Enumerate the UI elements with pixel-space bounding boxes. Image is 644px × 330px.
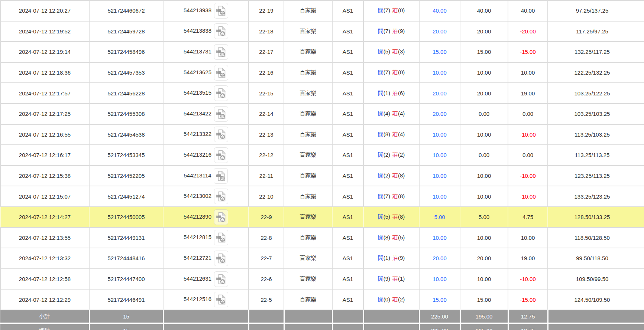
- game-type: 百家樂: [284, 186, 332, 207]
- balance: 113.25/103.25: [548, 124, 644, 145]
- game-type: 百家樂: [284, 145, 332, 166]
- video-replay-button[interactable]: [214, 230, 228, 245]
- game-result: 閒(4)莊(4): [363, 104, 419, 124]
- bet-id: 521724451274: [89, 186, 163, 207]
- video-replay-file-icon: [216, 26, 226, 36]
- player-result-label: 閒: [378, 90, 384, 96]
- game-result: 閒(7)莊(0): [363, 62, 419, 83]
- shoe-round: 22-5: [249, 289, 284, 310]
- player-result-label: 閒: [378, 7, 384, 13]
- player-result-label: 閒: [378, 213, 384, 220]
- valid-bet: 10.00: [460, 166, 508, 186]
- video-replay-button[interactable]: [214, 44, 228, 60]
- bet-amount: 20.00: [419, 21, 460, 42]
- bet-amount: 10.00: [419, 186, 460, 207]
- game-type: 百家樂: [284, 83, 332, 104]
- table-row: 2024-07-12 12:12:29 521724446491 5442125…: [0, 289, 644, 310]
- round-cell: 544213838: [163, 21, 249, 42]
- banker-score: (1): [398, 275, 405, 282]
- table-name: AS1: [332, 104, 363, 124]
- video-replay-button[interactable]: [214, 189, 228, 204]
- round-cell: 544213938: [163, 0, 249, 21]
- balance: 113.25/113.25: [548, 145, 644, 166]
- banker-score: (0): [398, 7, 405, 13]
- bet-time: 2024-07-12 12:17:57: [0, 83, 89, 104]
- valid-bet: 40.00: [460, 0, 508, 21]
- bet-id: 521724460672: [89, 0, 163, 21]
- bet-amount: 10.00: [419, 124, 460, 145]
- video-replay-button[interactable]: [214, 271, 228, 287]
- video-replay-button[interactable]: [214, 106, 228, 122]
- game-result: 閒(1)莊(6): [363, 83, 419, 104]
- player-result-label: 閒: [378, 275, 384, 282]
- valid-bet: 10.00: [460, 186, 508, 207]
- valid-bet: 0.00: [460, 104, 508, 124]
- game-type: 百家樂: [284, 124, 332, 145]
- video-replay-button[interactable]: [214, 209, 228, 225]
- video-replay-button[interactable]: [214, 251, 228, 266]
- player-score: (7): [384, 7, 390, 13]
- video-replay-button[interactable]: [214, 23, 228, 39]
- valid-bet: 10.00: [460, 62, 508, 83]
- banker-score: (0): [398, 69, 405, 75]
- player-result-label: 閒: [378, 234, 384, 241]
- game-result: 閒(2)莊(8): [363, 166, 419, 186]
- bet-id: 521724458496: [89, 42, 163, 62]
- banker-result-label: 莊: [392, 193, 398, 199]
- bet-time: 2024-07-12 12:12:29: [0, 289, 89, 310]
- bet-amount: 40.00: [419, 0, 460, 21]
- video-replay-button[interactable]: [214, 85, 228, 101]
- video-replay-file-icon: [216, 150, 226, 160]
- table-row: 2024-07-12 12:16:17 521724453345 5442132…: [0, 145, 644, 166]
- video-replay-button[interactable]: [214, 168, 228, 184]
- video-replay-button[interactable]: [214, 292, 228, 307]
- balance: 124.50/109.50: [548, 289, 644, 310]
- player-result-label: 閒: [378, 69, 384, 75]
- shoe-round: 22-18: [249, 21, 284, 42]
- table-name: AS1: [332, 228, 363, 248]
- game-type: 百家樂: [284, 269, 332, 290]
- video-replay-button[interactable]: [214, 3, 228, 19]
- table-row: 2024-07-12 12:20:27 521724460672 5442139…: [0, 0, 644, 21]
- valid-bet: 20.00: [460, 21, 508, 42]
- table-name: AS1: [332, 289, 363, 310]
- game-result: 閒(5)莊(8): [363, 207, 419, 228]
- banker-result-label: 莊: [392, 275, 398, 282]
- balance: 128.50/133.25: [548, 207, 644, 228]
- bet-amount: 10.00: [419, 62, 460, 83]
- video-replay-file-icon: [216, 6, 226, 16]
- bet-id: 521724454538: [89, 124, 163, 145]
- player-score: (7): [384, 69, 390, 75]
- player-score: (5): [384, 213, 390, 220]
- shoe-round: 22-14: [249, 104, 284, 124]
- win-loss: 40.00: [508, 0, 548, 21]
- banker-result-label: 莊: [392, 7, 398, 13]
- game-result: 閒(9)莊(1): [363, 269, 419, 290]
- player-result-label: 閒: [378, 131, 384, 137]
- banker-score: (2): [398, 296, 405, 303]
- total-valid-total: 195.00: [460, 323, 508, 330]
- subtotal-empty-result: [363, 310, 419, 323]
- bet-id: 521724448416: [89, 248, 163, 269]
- video-replay-button[interactable]: [214, 147, 228, 163]
- shoe-round: 22-19: [249, 0, 284, 21]
- bet-time: 2024-07-12 12:20:27: [0, 0, 89, 21]
- bet-amount: 20.00: [419, 248, 460, 269]
- round-id: 544213838: [184, 27, 211, 34]
- player-score: (7): [384, 193, 390, 199]
- table-row: 2024-07-12 12:15:38 521724452205 5442131…: [0, 166, 644, 186]
- banker-score: (8): [398, 172, 405, 179]
- shoe-round: 22-7: [249, 248, 284, 269]
- video-replay-button[interactable]: [214, 65, 228, 81]
- table-row: 2024-07-12 12:13:55 521724449131 5442128…: [0, 228, 644, 248]
- win-loss: -10.00: [508, 166, 548, 186]
- shoe-round: 22-16: [249, 62, 284, 83]
- total-empty-round: [163, 323, 249, 330]
- valid-bet: 10.00: [460, 124, 508, 145]
- round-cell: 544212631: [163, 269, 249, 290]
- banker-score: (9): [398, 255, 405, 261]
- table-name: AS1: [332, 269, 363, 290]
- banker-score: (6): [398, 90, 405, 96]
- round-id: 544212815: [184, 234, 211, 240]
- video-replay-button[interactable]: [214, 127, 228, 142]
